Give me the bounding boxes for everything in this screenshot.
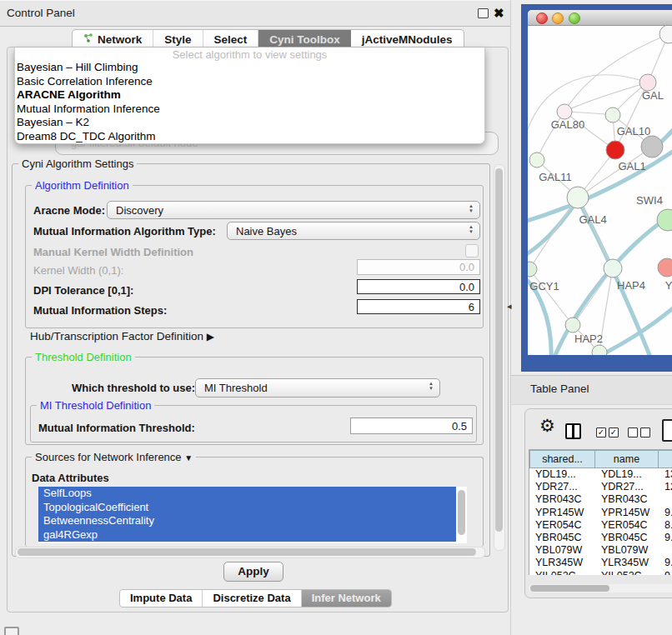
kernel-width-field[interactable]: 0.0	[357, 259, 480, 275]
network-node[interactable]	[604, 259, 622, 278]
settings-horizontal-scrollbar[interactable]	[15, 547, 485, 558]
split-collapse-icon[interactable]: ◂	[507, 301, 512, 312]
table-cell[interactable]: YIL052C	[595, 570, 659, 576]
network-node[interactable]	[641, 136, 663, 158]
table-cell[interactable]: 9.	[659, 557, 672, 569]
algorithm-option[interactable]: ARACNE Algorithm	[15, 88, 484, 102]
table-row[interactable]: YBR043CYBR043C	[529, 493, 672, 506]
columns-icon[interactable]	[565, 423, 581, 439]
network-edge[interactable]	[564, 82, 648, 112]
network-node[interactable]	[639, 74, 656, 91]
algorithm-option[interactable]: Basic Correlation Inference	[15, 75, 484, 89]
mi-threshold-field[interactable]: 0.5	[350, 418, 473, 434]
mi-type-select[interactable]: Naive Bayes ▲▼	[227, 222, 480, 240]
table-cell[interactable]: YER054C	[529, 519, 595, 532]
network-edge[interactable]	[553, 218, 668, 355]
table-row[interactable]: YLR345WYLR345W9.	[529, 557, 672, 569]
table-cell[interactable]: 13	[659, 468, 672, 481]
tab-select[interactable]: Select	[203, 30, 259, 48]
data-attribute-item[interactable]: gal4RGexp	[38, 528, 456, 542]
table-cell[interactable]: 8.	[659, 519, 672, 532]
table-cell[interactable]: YBR043C	[529, 493, 595, 506]
table-cell[interactable]: 9.	[659, 507, 672, 519]
tab-impute-data[interactable]: Impute Data	[120, 590, 203, 607]
table-cell[interactable]: 12	[659, 481, 672, 493]
table-cell[interactable]: YLR345W	[595, 557, 659, 569]
column-header[interactable]: name	[595, 450, 659, 468]
table-cell[interactable]: YLR345W	[529, 557, 595, 569]
algorithm-option[interactable]: Mutual Information Inference	[15, 102, 484, 117]
minimize-window-icon[interactable]	[552, 12, 564, 24]
table-cell[interactable]: YDR27...	[529, 481, 595, 493]
tab-infer-network[interactable]: Infer Network	[302, 590, 391, 607]
table-row[interactable]: YBR045CYBR045C9.	[529, 532, 672, 544]
network-node[interactable]	[565, 318, 580, 332]
table-row[interactable]: YDR27...YDR27...12	[529, 481, 672, 493]
column-header[interactable]	[659, 450, 672, 468]
table-cell[interactable]: YBR045C	[595, 532, 659, 544]
network-edge[interactable]	[578, 198, 613, 268]
network-node[interactable]	[529, 152, 544, 168]
gear-icon[interactable]: ⚙	[539, 416, 555, 436]
settings-vertical-scrollbar[interactable]	[494, 164, 505, 551]
table-row[interactable]: YER054CYER054C8.	[529, 519, 672, 532]
aracne-mode-select[interactable]: Discovery ▲▼	[107, 201, 480, 219]
tab-style[interactable]: Style	[153, 30, 203, 48]
list-scrollbar[interactable]	[458, 490, 465, 535]
algorithm-option[interactable]: Bayesian – Hill Climbing	[15, 61, 484, 75]
tab-cyni-toolbox[interactable]: Cyni Toolbox	[258, 30, 351, 48]
algorithm-option[interactable]: Dream8 DC_TDC Algorithm	[15, 130, 484, 144]
dpi-tolerance-field[interactable]: 0.0	[357, 279, 480, 294]
network-node[interactable]	[557, 104, 572, 119]
algorithm-option[interactable]: Bayesian – K2	[15, 116, 484, 130]
new-table-icon[interactable]	[662, 419, 672, 442]
table-cell[interactable]: YDL19...	[529, 468, 595, 481]
network-node[interactable]	[658, 258, 672, 277]
column-header[interactable]: shared...	[529, 450, 595, 468]
network-edge[interactable]	[528, 148, 672, 222]
table-cell[interactable]: 9.	[659, 532, 672, 544]
close-window-icon[interactable]	[536, 12, 548, 24]
network-node[interactable]	[528, 262, 537, 277]
data-attribute-item[interactable]: TopologicalCoefficient	[38, 501, 456, 515]
network-node[interactable]	[657, 209, 672, 231]
network-node[interactable]	[606, 141, 624, 159]
select-all-icon[interactable]: ✓✓	[596, 428, 619, 438]
data-attributes-list[interactable]: SelfLoopsTopologicalCoefficientBetweenne…	[38, 487, 467, 543]
node-table[interactable]: shared... name YDL19...YDL19...13YDR27..…	[529, 449, 672, 575]
table-row[interactable]: YIL052CYIL052C9	[529, 570, 672, 576]
table-cell[interactable]: YBL079W	[529, 544, 595, 557]
hub-definition-expander[interactable]: Hub/Transcription Factor Definition ▶	[30, 330, 214, 342]
network-edge[interactable]	[573, 268, 613, 325]
table-cell[interactable]: YPR145W	[529, 507, 595, 519]
table-row[interactable]: YDL19...YDL19...13	[529, 468, 672, 481]
table-cell[interactable]: YPR145W	[595, 507, 659, 519]
minimized-panel-icon[interactable]	[4, 627, 19, 635]
table-cell[interactable]	[659, 493, 672, 506]
table-cell[interactable]: YBR045C	[529, 532, 595, 544]
network-node[interactable]	[605, 108, 620, 122]
tab-network[interactable]: Network	[73, 30, 153, 48]
table-cell[interactable]	[659, 544, 672, 557]
table-cell[interactable]: YER054C	[595, 519, 659, 532]
network-node[interactable]	[567, 187, 589, 208]
apply-button[interactable]: Apply	[223, 562, 283, 582]
close-icon[interactable]: ✖	[494, 8, 504, 18]
table-cell[interactable]: YDL19...	[595, 468, 659, 481]
table-cell[interactable]: YBR043C	[595, 493, 659, 506]
mi-steps-field[interactable]: 6	[357, 299, 480, 314]
float-panel-icon[interactable]	[478, 8, 489, 18]
table-cell[interactable]: YDR27...	[595, 481, 659, 493]
tab-jactivemnodules[interactable]: jActiveMNodules	[351, 30, 464, 48]
deselect-all-icon[interactable]	[628, 428, 650, 438]
network-window-titlebar[interactable]	[528, 10, 672, 26]
data-attribute-item[interactable]: BetweennessCentrality	[38, 514, 456, 528]
network-node[interactable]	[659, 26, 672, 43]
tab-discretize-data[interactable]: Discretize Data	[203, 590, 301, 607]
table-row[interactable]: YBL079WYBL079W	[529, 544, 672, 557]
table-cell[interactable]: YBL079W	[595, 544, 659, 557]
manual-kernel-checkbox[interactable]	[465, 244, 479, 258]
table-cell[interactable]: 9	[659, 570, 672, 576]
data-attribute-item[interactable]: SelfLoops	[38, 487, 456, 501]
zoom-window-icon[interactable]	[569, 12, 580, 24]
